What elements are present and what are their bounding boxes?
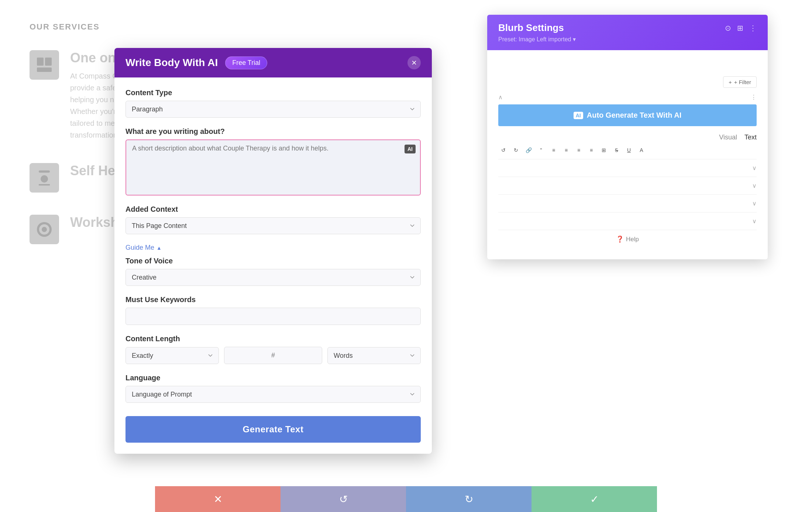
keywords-label: Must Use Keywords: [125, 295, 421, 304]
blurb-header-icons: ⊙ ⊞ ⋮: [725, 24, 757, 32]
guide-me-label: Guide Me: [125, 244, 154, 252]
number-input[interactable]: [224, 347, 322, 364]
writing-about-section: What are you writing about? AI: [125, 127, 421, 196]
divider-row-3: ∨: [498, 194, 757, 212]
svg-rect-1: [45, 58, 52, 66]
panel-dividers: ∨ ∨ ∨ ∨: [498, 159, 757, 230]
content-length-label: Content Length: [125, 335, 421, 343]
free-trial-badge: Free Trial: [225, 56, 267, 69]
added-context-section: Added Context This Page Content: [125, 205, 421, 234]
content-type-section: Content Type Paragraph: [125, 89, 421, 118]
filter-row: + + Filter: [498, 76, 757, 88]
keywords-section: Must Use Keywords: [125, 295, 421, 325]
fmt-align-justify[interactable]: ≡: [586, 145, 596, 155]
content-length-row: Exactly Words: [125, 347, 421, 364]
ai-modal-title-area: Write Body With AI Free Trial: [125, 56, 267, 69]
help-label: Help: [626, 236, 639, 243]
divider-row-1: ∨: [498, 159, 757, 177]
blurb-body: + + Filter ∧ ⋮ AI Auto Generate Text Wit…: [487, 69, 768, 259]
content-length-section: Content Length Exactly Words: [125, 335, 421, 364]
fmt-link[interactable]: 🔗: [523, 145, 534, 155]
tone-section: Guide Me ▲ Tone of Voice Creative: [125, 244, 421, 286]
added-context-label: Added Context: [125, 205, 421, 214]
chevron-down-2[interactable]: ∨: [752, 182, 757, 189]
ai-modal-close-button[interactable]: ×: [407, 56, 421, 69]
help-circle-icon: ❓: [616, 235, 624, 243]
filter-button[interactable]: + + Filter: [723, 76, 757, 88]
cancel-button[interactable]: ✕: [155, 486, 281, 512]
language-select[interactable]: Language of Prompt: [125, 386, 421, 403]
content-type-label: Content Type: [125, 89, 421, 97]
undo-icon: ↺: [339, 493, 348, 505]
visual-mode-btn[interactable]: Visual: [719, 134, 737, 141]
chevron-down-1[interactable]: ∨: [752, 165, 757, 172]
confirm-button[interactable]: ✓: [531, 486, 657, 512]
tab-design[interactable]: Design: [536, 50, 572, 69]
blurb-tabs: Content Design Advanced: [487, 50, 768, 69]
blurb-settings-panel: Blurb Settings ⊙ ⊞ ⋮ Preset: Image Left …: [487, 15, 768, 259]
keywords-input[interactable]: [125, 308, 421, 325]
fmt-align-left[interactable]: ≡: [548, 145, 559, 155]
formatting-toolbar: ↺ ↻ 🔗 " ≡ ≡ ≡ ≡ ⊞ S̶ U A: [498, 145, 757, 155]
fmt-undo[interactable]: ↺: [498, 145, 509, 155]
guide-me-link[interactable]: Guide Me ▲: [125, 244, 162, 252]
help-link[interactable]: ❓ Help: [498, 235, 757, 243]
self-help-icon: [30, 163, 59, 193]
cancel-icon: ✕: [214, 493, 222, 505]
svg-rect-2: [37, 68, 52, 72]
tab-advanced[interactable]: Advanced: [572, 50, 616, 69]
tab-content[interactable]: Content: [498, 50, 536, 69]
editor-toolbar-row: Visual Text: [498, 134, 757, 141]
svg-rect-4: [41, 175, 48, 183]
fmt-align-right[interactable]: ≡: [574, 145, 584, 155]
svg-rect-0: [37, 58, 44, 66]
ai-modal: Write Body With AI Free Trial × Content …: [114, 48, 432, 454]
guide-me-arrow-up: ▲: [156, 245, 162, 251]
redo-icon: ↻: [465, 493, 473, 505]
language-label: Language: [125, 374, 421, 382]
ai-modal-body: Content Type Paragraph What are you writ…: [114, 77, 432, 454]
svg-rect-3: [39, 170, 50, 173]
writing-about-textarea[interactable]: [132, 145, 414, 189]
exactly-select[interactable]: Exactly: [125, 347, 219, 364]
filter-plus-icon: +: [729, 79, 732, 85]
one-on-one-icon: [30, 50, 59, 80]
blurb-header: Blurb Settings ⊙ ⊞ ⋮ Preset: Image Left …: [487, 15, 768, 50]
fmt-align-center[interactable]: ≡: [561, 145, 571, 155]
blurb-subtitle: Preset: Image Left imported ▾: [498, 36, 757, 43]
chevron-down-4[interactable]: ∨: [752, 218, 757, 225]
confirm-icon: ✓: [590, 493, 599, 505]
fmt-redo[interactable]: ↻: [511, 145, 521, 155]
ai-modal-title: Write Body With AI: [125, 57, 218, 69]
generate-text-button[interactable]: Generate Text: [125, 416, 421, 443]
auto-generate-label: Auto Generate Text With AI: [587, 111, 682, 120]
undo-button[interactable]: ↺: [281, 486, 406, 512]
svg-point-7: [42, 227, 47, 232]
fmt-color[interactable]: A: [636, 145, 647, 155]
tone-of-voice-label: Tone of Voice: [125, 257, 421, 265]
writing-about-label: What are you writing about?: [125, 127, 421, 136]
divider-row-4: ∨: [498, 212, 757, 230]
chevron-down-3[interactable]: ∨: [752, 200, 757, 207]
tone-of-voice-select[interactable]: Creative: [125, 269, 421, 286]
layout-icon[interactable]: ⊞: [737, 24, 743, 32]
more-options-icon[interactable]: ⋮: [751, 94, 757, 101]
ai-auto-icon: AI: [574, 112, 583, 119]
workshops-icon: [30, 215, 59, 244]
fmt-table[interactable]: ⊞: [599, 145, 609, 155]
auto-generate-button[interactable]: AI Auto Generate Text With AI: [498, 104, 757, 126]
words-select[interactable]: Words: [327, 347, 421, 364]
added-context-select[interactable]: This Page Content: [125, 217, 421, 234]
fmt-underline[interactable]: U: [624, 145, 634, 155]
fmt-strikethrough[interactable]: S̶: [611, 145, 622, 155]
writing-about-wrapper: AI: [125, 139, 421, 196]
help-row: ❓ Help: [498, 230, 757, 248]
redo-button[interactable]: ↻: [406, 486, 531, 512]
filter-label: + Filter: [734, 79, 751, 85]
settings-icon[interactable]: ⊙: [725, 24, 731, 32]
fmt-quote[interactable]: ": [536, 145, 546, 155]
collapse-icon[interactable]: ∧: [498, 94, 503, 101]
more-icon[interactable]: ⋮: [749, 24, 757, 32]
text-mode-btn[interactable]: Text: [744, 134, 757, 141]
content-type-select[interactable]: Paragraph: [125, 101, 421, 118]
